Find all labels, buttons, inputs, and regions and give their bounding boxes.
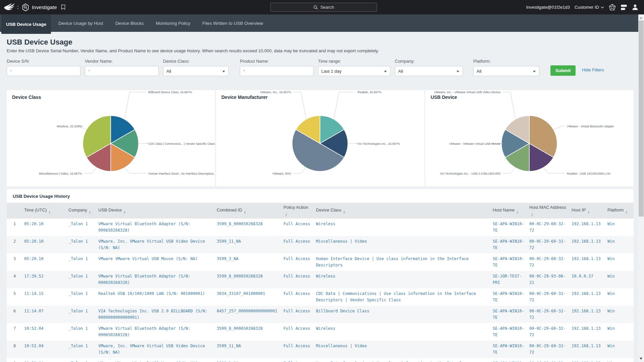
column-header-label: Host Name (493, 207, 515, 213)
column-header-device-class[interactable]: Device Class▲▼ (316, 203, 493, 219)
tab-device-blocks[interactable]: Device Blocks (111, 14, 149, 32)
table-cell: VMware Virtual Bluetooth Adapter (S/N: 0… (98, 219, 217, 236)
user-profile-icon[interactable] (632, 4, 638, 10)
table-row[interactable]: 105:20.10_Talon 1VMware Virtual Bluetoot… (7, 219, 634, 236)
row-number: 2 (7, 236, 24, 253)
bookmark-icon[interactable] (61, 4, 65, 10)
company-select[interactable]: All (395, 66, 463, 76)
table-cell: VMware Virtual Bluetooth Adapter (S/N: 0… (98, 271, 217, 288)
pie-label-line (124, 167, 146, 173)
table-cell: _Talon 1 (68, 323, 98, 341)
platform-select[interactable]: All (473, 66, 539, 76)
table-row[interactable]: 910:52.04_Talon 1VMware VMware Virtual U… (7, 358, 634, 362)
table-cell: SE-APA-WIN10-TE (493, 236, 529, 253)
column-header-policy-action[interactable]: Policy Action▲▼ (283, 203, 316, 219)
table-cell: Billboard Device Class (316, 306, 493, 323)
table-cell: 10.0.0.37 (572, 271, 607, 288)
customer-id-dropdown[interactable]: Customer ID (575, 5, 604, 10)
falcon-store-icon[interactable] (609, 4, 616, 11)
table-row[interactable]: 810:52.04_Talon 1VMware, Inc. VMware Vir… (7, 341, 634, 358)
table-cell: 00-0C-29-60-32-72 (529, 341, 572, 358)
row-number: 8 (7, 341, 24, 358)
sort-icon: ▲▼ (531, 213, 533, 217)
filter-bar: Device S/N: Vendor Name: Device Class: A… (7, 59, 634, 76)
column-header-label: Policy Action (283, 205, 308, 210)
table-cell: 3599_8_000650268328 (217, 271, 283, 288)
table-cell: _Talon 1 (68, 253, 98, 271)
column-header-host-ip[interactable]: Host IP▲▼ (572, 203, 607, 219)
table-cell: _Talon 1 (68, 271, 98, 288)
pie-slice-label: VMware - Virtual Bluetooth Adapter (567, 125, 614, 128)
tab-monitoring-policy[interactable]: Monitoring Policy (151, 14, 195, 32)
notifications-chat-icon[interactable] (621, 4, 627, 10)
time-range-value: Last 1 day (321, 69, 341, 74)
tab-device-usage-by-host[interactable]: Device Usage by Host (54, 14, 108, 32)
search-input[interactable]: Search (270, 3, 377, 12)
table-cell: Full Access (283, 253, 316, 271)
tab-files-written-to-usb-overview[interactable]: Files Written to USB Overview (198, 14, 268, 32)
time-range-select[interactable]: Last 1 day (318, 66, 390, 76)
vendor-name-input[interactable] (85, 66, 159, 76)
platform-label: Platform: (473, 59, 539, 64)
table-cell: 3599_3_NA (217, 358, 283, 362)
customer-id-label: Customer ID (575, 5, 599, 10)
table-cell: _Talon 1 (68, 341, 98, 358)
table-cell: 192.168.1.13 (572, 288, 607, 306)
table-cell: Full Access (283, 236, 316, 253)
scrollbar-thumb[interactable] (639, 20, 644, 217)
column-header-time-utc-[interactable]: Time (UTC)▲▼ (24, 203, 68, 219)
table-row[interactable]: 305:20.10_Talon 1VMware VMware Virtual U… (7, 253, 634, 271)
table-row[interactable]: 417:39.52_Talon 1VMware Virtual Bluetoot… (7, 271, 634, 288)
column-header-company[interactable]: Company▲▼ (68, 203, 98, 219)
table-row[interactable]: 611:14.07_Talon 1VIA Technologies Inc. U… (7, 306, 634, 323)
table-cell: Win (607, 219, 634, 236)
column-header-combined-id[interactable]: Combined ID▲▼ (217, 203, 283, 219)
platform-value: All (477, 69, 481, 74)
product-name-input[interactable] (240, 66, 314, 76)
row-number: 3 (7, 253, 24, 271)
table-cell: VMware, Inc. VMware Virtual USB Video De… (98, 236, 217, 253)
table-row[interactable]: 710:52.04_Talon 1VMware Virtual Bluetoot… (7, 323, 634, 341)
column-header-platform[interactable]: Platform▲▼ (607, 203, 634, 219)
sort-icon: ▲▼ (244, 210, 246, 214)
table-cell: _Talon 1 (68, 288, 98, 306)
hide-filters-link[interactable]: Hide Filters (582, 67, 604, 72)
vertical-scrollbar[interactable] (638, 14, 644, 362)
column-header-label: Company (68, 207, 87, 213)
column-header-host-name[interactable]: Host Name▲▼ (493, 203, 529, 219)
investigate-module-icon[interactable] (22, 3, 29, 11)
main-content: USB Device Usage Enter the USB Device Se… (0, 38, 638, 362)
column-header-host-mac-address[interactable]: Host MAC Address▲▼ (529, 203, 572, 219)
search-placeholder: Search (320, 5, 334, 10)
device-sn-input[interactable] (7, 66, 80, 76)
table-row[interactable]: 511:14.15_Talon 1Realtek USB 10/100/1000… (7, 288, 634, 306)
app-menu-dots-icon[interactable] (17, 6, 18, 9)
usb-device-chart-panel: USB Device VMware - Virtual Bluetooth Ad… (425, 90, 634, 186)
vendor-name-label: Vendor Name: (85, 59, 159, 64)
pie-slice-label: VMware, 50% (272, 172, 291, 175)
crowdstrike-falcon-logo-icon[interactable] (3, 2, 15, 12)
table-cell: VMware VMware Virtual USB Mouse (S/N: NA… (98, 358, 217, 362)
table-header: Time (UTC)▲▼Company▲▼USB Device▲▼Combine… (7, 203, 634, 219)
device-sn-label: Device S/N: (7, 59, 80, 64)
table-cell: Miscellaneous | Video (316, 341, 493, 358)
pie-slice-label: Human Interface Devic...he Interface Des… (148, 172, 215, 175)
scroll-up-arrow-icon[interactable] (640, 17, 642, 19)
table-cell: 192.168.1.13 (572, 358, 607, 362)
column-header-label: Host MAC Address (529, 205, 566, 210)
column-header-usb-device[interactable]: USB Device▲▼ (98, 203, 217, 219)
column-header-label: Combined ID (217, 207, 242, 213)
row-number: 9 (7, 358, 24, 362)
pie-slice-label: CDC Data | Communica... | Vendor Specifi… (148, 142, 215, 145)
pie-slice-label: VIA Technologies Inc. - USB 2.0 BILLBOAR… (440, 172, 501, 175)
scroll-down-arrow-icon[interactable] (640, 358, 642, 360)
device-class-label: Device Class: (163, 59, 229, 64)
tab-usb-device-usage[interactable]: USB Device Usage (1, 14, 51, 34)
module-title[interactable]: Investigate (32, 4, 57, 10)
table-row[interactable]: 205:20.10_Talon 1VMware, Inc. VMware Vir… (7, 236, 634, 253)
device-class-chart-panel: Device Class Billboard Device Class, 16.… (7, 90, 215, 186)
table-title: USB Device Usage History (7, 189, 634, 203)
submit-button[interactable]: Submit (550, 65, 576, 76)
device-class-select[interactable]: All (163, 66, 229, 76)
pie-label-line (553, 126, 565, 130)
